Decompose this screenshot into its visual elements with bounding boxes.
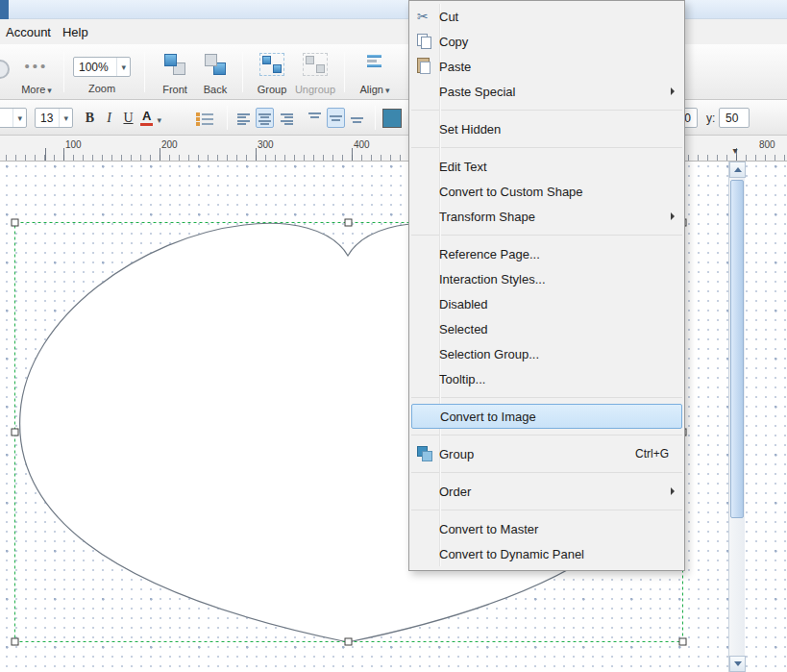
more-label: More — [21, 84, 45, 95]
caret-down-icon — [157, 110, 161, 127]
align-label: Align — [360, 84, 383, 95]
menu-item-convert-to-dynamic-panel[interactable]: Convert to Dynamic Panel — [409, 541, 684, 566]
menu-item-label: Reference Page... — [439, 247, 678, 261]
menu-help[interactable]: Help — [57, 21, 94, 43]
menu-item-label: Convert to Image — [440, 410, 676, 424]
menu-item-paste-special[interactable]: Paste Special — [409, 79, 684, 104]
zoom-caption: Zoom — [73, 83, 131, 94]
front-button[interactable]: Front — [156, 50, 194, 96]
menu-item-selection-group[interactable]: Selection Group... — [409, 341, 684, 366]
menu-icon-spacer — [409, 81, 439, 102]
handle-mid-left[interactable] — [12, 429, 18, 436]
menu-item-group[interactable]: GroupCtrl+G — [409, 441, 684, 466]
group-image-icon — [409, 443, 439, 464]
bring-to-front-icon — [162, 53, 187, 76]
scissors-icon — [409, 6, 439, 27]
fill-color-swatch[interactable] — [382, 109, 402, 128]
menu-item-paste[interactable]: Paste — [409, 54, 684, 79]
valign-top-button[interactable] — [306, 108, 324, 128]
scroll-up-button[interactable] — [729, 162, 746, 178]
menu-item-label: Copy — [439, 35, 678, 49]
group-button[interactable]: Group — [252, 50, 292, 96]
menu-item-label: Set Hidden — [439, 122, 678, 137]
handle-bottom-left[interactable] — [12, 638, 18, 645]
menu-item-set-hidden[interactable]: Set Hidden — [409, 116, 684, 141]
menu-icon-spacer — [412, 406, 440, 427]
menu-item-transform-shape[interactable]: Transform Shape — [409, 204, 684, 229]
menu-item-convert-to-custom-shape[interactable]: Convert to Custom Shape — [409, 179, 684, 204]
app-window: Account Help More 100% Zoom Front Back G… — [0, 0, 787, 672]
menu-item-selected[interactable]: Selected — [409, 316, 684, 341]
y-coordinate-field[interactable]: 50 — [719, 108, 750, 128]
bullet-list-button[interactable] — [195, 111, 216, 126]
menu-item-label: Paste Special — [439, 85, 671, 99]
menu-item-order[interactable]: Order — [409, 479, 684, 504]
menu-icon-spacer — [409, 206, 439, 227]
menu-item-shortcut: Ctrl+G — [635, 447, 678, 460]
menu-icon-spacer — [409, 481, 439, 502]
menu-item-disabled[interactable]: Disabled — [409, 291, 684, 316]
menu-icon-spacer — [409, 343, 439, 364]
menu-item-label: Convert to Master — [439, 522, 678, 536]
font-color-button[interactable]: A — [140, 108, 173, 128]
handle-bottom-right[interactable] — [679, 638, 686, 645]
menu-separator — [411, 510, 682, 510]
align-icon — [367, 55, 382, 71]
menu-item-reference-page[interactable]: Reference Page... — [409, 241, 684, 266]
menu-item-tooltip[interactable]: Tooltip... — [409, 366, 684, 391]
toolbar-separator — [242, 52, 243, 92]
toolbar-separator — [344, 52, 345, 92]
underline-button[interactable]: U — [119, 108, 137, 128]
submenu-arrow-icon — [671, 487, 675, 495]
menu-item-cut[interactable]: Cut — [409, 4, 684, 29]
menu-separator — [411, 435, 682, 436]
ungroup-button[interactable]: Ungroup — [292, 50, 338, 96]
ruler-mark-800: 800 — [759, 139, 775, 150]
italic-button[interactable]: I — [100, 108, 118, 128]
menu-item-convert-to-master[interactable]: Convert to Master — [409, 516, 684, 541]
bold-button[interactable]: B — [81, 108, 99, 128]
zoom-combo[interactable]: 100% — [73, 57, 131, 77]
scroll-down-button[interactable] — [729, 656, 746, 672]
more-button[interactable]: More — [13, 50, 60, 96]
align-left-button[interactable] — [234, 108, 253, 128]
toolbar-separator — [63, 52, 64, 92]
menu-account[interactable]: Account — [0, 21, 57, 43]
vertical-scrollbar[interactable] — [728, 162, 745, 672]
menu-item-label: Tooltip... — [439, 372, 678, 386]
ungroup-label: Ungroup — [292, 84, 338, 95]
paste-icon — [409, 56, 439, 77]
y-coordinate-label: y: — [706, 112, 715, 125]
caret-down-icon — [12, 109, 26, 127]
app-icon-fragment — [0, 0, 9, 19]
align-button[interactable]: Align — [352, 50, 398, 96]
handle-top-mid[interactable] — [345, 219, 352, 226]
menu-icon-spacer — [409, 118, 439, 139]
align-right-button[interactable] — [277, 108, 295, 128]
font-size-combo[interactable]: 13 — [35, 108, 73, 128]
menu-icon-spacer — [409, 243, 439, 264]
caret-down-icon — [116, 58, 130, 76]
bold-glyph: B — [86, 111, 94, 126]
menu-item-interaction-styles[interactable]: Interaction Styles... — [409, 266, 684, 291]
menu-item-convert-to-image[interactable]: Convert to Image — [411, 404, 682, 429]
back-button[interactable]: Back — [196, 50, 234, 96]
valign-middle-button[interactable] — [327, 108, 345, 128]
align-center-button[interactable] — [256, 108, 274, 128]
context-menu: CutCopyPastePaste SpecialSet HiddenEdit … — [408, 0, 685, 571]
menu-item-copy[interactable]: Copy — [409, 29, 684, 54]
menu-icon-spacer — [409, 268, 439, 289]
ruler-options-button[interactable] — [727, 140, 743, 156]
more-dots-icon — [13, 58, 60, 75]
menu-item-label: Edit Text — [439, 160, 678, 174]
handle-top-left[interactable] — [12, 219, 18, 226]
menu-item-label: Selection Group... — [439, 347, 678, 361]
menu-item-label: Transform Shape — [439, 210, 671, 224]
submenu-arrow-icon — [671, 87, 675, 95]
scrollbar-thumb[interactable] — [730, 180, 744, 518]
menu-item-edit-text[interactable]: Edit Text — [409, 154, 684, 179]
handle-bottom-mid[interactable] — [345, 638, 352, 645]
valign-bottom-button[interactable] — [348, 108, 366, 128]
font-family-combo[interactable] — [0, 108, 27, 128]
toolbar-separator — [144, 52, 145, 92]
